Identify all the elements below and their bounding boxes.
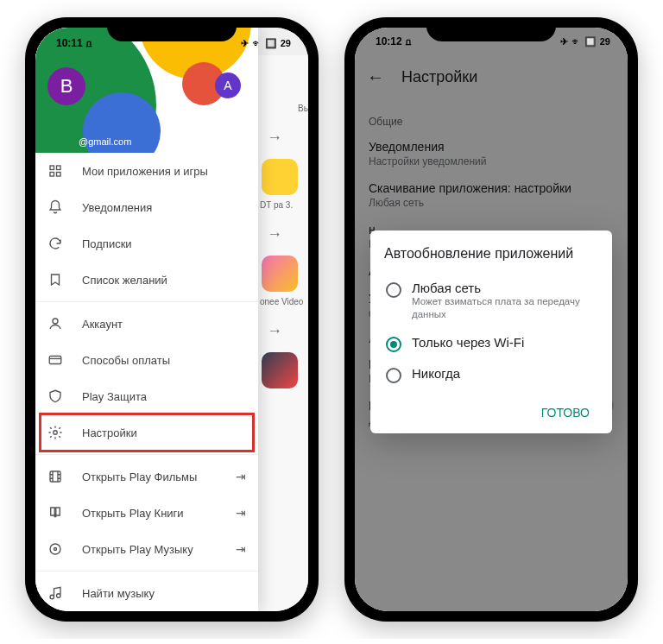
drawer-item-label: Открыть Play Музыку — [82, 543, 217, 556]
drawer-item-label: Подписки — [82, 237, 246, 250]
airplane-icon: ✈ — [560, 36, 568, 47]
airplane-icon: ✈ — [241, 38, 249, 49]
chevron-right-icon: → — [267, 322, 308, 340]
peek-dt-label: DT pa 3. — [260, 200, 308, 210]
grid-icon — [47, 163, 63, 179]
open-external-icon: ⇥ — [236, 470, 246, 483]
drawer-item-label: Открыть Play Фильмы — [82, 470, 217, 483]
screen-right: 10:12 ⩍ ✈ ᯤ 🔲 29 ← Настройки Общие Уведо… — [355, 28, 628, 611]
drawer-item-label: Play Защита — [82, 390, 246, 403]
autoupdate-dialog: Автообновление приложений Любая сеть Мож… — [370, 230, 612, 433]
radio-icon — [386, 368, 401, 383]
drawer-item-open-movies[interactable]: Открыть Play Фильмы ⇥ — [35, 458, 258, 495]
status-time: 10:12 ⩍ — [376, 35, 411, 47]
status-time-text: 10:12 — [376, 35, 402, 47]
bell-icon — [47, 199, 63, 215]
drawer-item-label: Аккаунт — [82, 318, 246, 331]
svg-rect-1 — [57, 166, 61, 170]
navigation-drawer: B A @gmail.com ▾ Мои приложения и игры У… — [35, 28, 258, 611]
chevron-right-icon: → — [267, 225, 308, 243]
radio-sublabel: Может взиматься плата за передачу данных — [412, 295, 597, 321]
svg-point-10 — [57, 594, 61, 598]
drawer-item-label: Список желаний — [82, 274, 246, 287]
done-button[interactable]: ГОТОВО — [533, 399, 598, 426]
chevron-right-icon: → — [267, 129, 308, 147]
drawer-item-apps[interactable]: Мои приложения и игры — [35, 153, 258, 189]
drawer-item-label: Открыть Play Книги — [82, 507, 217, 520]
drawer-item-open-books[interactable]: Открыть Play Книги ⇥ — [35, 495, 258, 531]
battery-text: 29 — [600, 36, 610, 47]
drawer-item-subscriptions[interactable]: Подписки — [35, 225, 258, 262]
svg-rect-3 — [57, 173, 61, 177]
dialog-title: Автообновление приложений — [384, 246, 598, 262]
phone-right: 10:12 ⩍ ✈ ᯤ 🔲 29 ← Настройки Общие Уведо… — [344, 17, 638, 622]
divider — [35, 571, 258, 571]
svg-rect-5 — [49, 357, 61, 364]
radio-label: Только через Wi-Fi — [412, 335, 524, 350]
shield-icon — [47, 388, 63, 404]
drawer-item-payment[interactable]: Способы оплаты — [35, 342, 258, 378]
status-indicators: ✈ ᯤ 🔲 29 — [241, 38, 291, 49]
drawer-item-notifications[interactable]: Уведомления — [35, 189, 258, 225]
svg-point-4 — [53, 319, 58, 324]
drawer-item-wishlist[interactable]: Список желаний — [35, 262, 258, 298]
divider — [35, 454, 258, 455]
drawer-item-label: Способы оплаты — [82, 354, 246, 367]
battery-icon: 🔲 — [265, 38, 277, 49]
status-bell-icon: ⩍ — [86, 37, 92, 49]
radio-icon — [386, 282, 401, 298]
play-store-peek: Вь → DT pa 3. → onee Video → — [256, 55, 308, 611]
svg-point-8 — [50, 544, 60, 554]
phone-left: 10:11 ⩍ ✈ ᯤ 🔲 29 Вь → DT pa 3. → onee Vi… — [25, 17, 319, 622]
divider — [35, 301, 258, 302]
open-external-icon: ⇥ — [236, 542, 246, 556]
card-icon — [47, 352, 63, 368]
battery-text: 29 — [281, 38, 291, 48]
svg-rect-0 — [50, 166, 54, 170]
drawer-item-settings[interactable]: Настройки — [35, 414, 258, 451]
drawer-item-label: Настройки — [82, 426, 246, 439]
status-time-text: 10:11 — [56, 37, 83, 49]
account-email: @gmail.com — [79, 136, 131, 148]
film-icon — [47, 469, 63, 484]
app-tile[interactable] — [262, 159, 298, 195]
drawer-item-protect[interactable]: Play Защита — [35, 378, 258, 414]
status-bell-icon: ⩍ — [406, 35, 411, 47]
radio-icon-selected — [386, 337, 401, 352]
peek-search-label: Вь — [260, 104, 308, 113]
person-icon — [47, 316, 63, 331]
drawer-item-label: Уведомления — [82, 201, 246, 214]
app-tile[interactable] — [262, 256, 298, 292]
radio-option-any[interactable]: Любая сеть Может взиматься плата за пере… — [384, 274, 598, 328]
chevron-down-icon: ▾ — [239, 136, 244, 148]
drawer-list: Мои приложения и игры Уведомления Подпис… — [35, 153, 258, 611]
account-email-row[interactable]: @gmail.com ▾ — [35, 136, 258, 148]
drawer-item-open-music[interactable]: Открыть Play Музыку ⇥ — [35, 531, 258, 567]
notch — [107, 17, 237, 41]
drawer-item-label: Найти музыку — [82, 587, 246, 600]
music-note-icon — [47, 585, 63, 601]
dialog-actions: ГОТОВО — [384, 399, 598, 426]
battery-icon: 🔲 — [584, 36, 597, 47]
radio-label: Любая сеть — [412, 281, 597, 295]
radio-option-wifi[interactable]: Только через Wi-Fi — [384, 328, 598, 359]
radio-label: Никогда — [412, 366, 460, 381]
svg-rect-7 — [50, 471, 60, 482]
svg-rect-2 — [50, 173, 54, 177]
bookmark-icon — [47, 272, 63, 287]
open-external-icon: ⇥ — [236, 506, 246, 520]
drawer-item-find-music[interactable]: Найти музыку — [35, 575, 258, 611]
screen-left: 10:11 ⩍ ✈ ᯤ 🔲 29 Вь → DT pa 3. → onee Vi… — [35, 28, 308, 611]
app-tile[interactable] — [262, 352, 298, 388]
wifi-icon: ᯤ — [252, 38, 262, 48]
drawer-item-label: Мои приложения и игры — [82, 165, 246, 178]
drawer-item-account[interactable]: Аккаунт — [35, 306, 258, 342]
avatar-secondary[interactable]: A — [215, 73, 241, 98]
book-icon — [47, 505, 63, 521]
avatar-primary[interactable]: B — [47, 67, 85, 105]
status-time: 10:11 ⩍ — [56, 37, 92, 49]
svg-point-6 — [54, 431, 58, 435]
radio-option-never[interactable]: Никогда — [384, 359, 598, 390]
peek-onee-label: onee Video — [260, 297, 308, 306]
svg-point-9 — [54, 548, 57, 551]
